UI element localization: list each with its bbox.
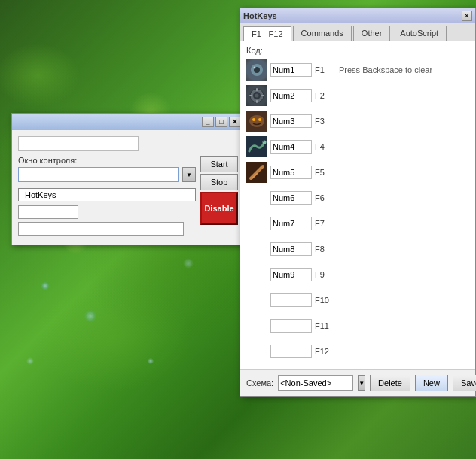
hotkey-row-8: F8 <box>246 237 469 261</box>
num-input-12[interactable] <box>270 345 312 358</box>
disable-button[interactable]: Disable <box>200 192 238 225</box>
col-header: Код: <box>246 46 469 55</box>
hotkey-row-11: F11 <box>246 314 469 338</box>
num-input-5[interactable] <box>270 166 312 179</box>
hotkey-row-9: F9 <box>246 263 469 287</box>
svg-rect-10 <box>249 95 252 96</box>
svg-point-13 <box>249 115 264 127</box>
num-input-1[interactable] <box>270 63 312 77</box>
wide-input[interactable] <box>18 222 184 236</box>
hotkey-row-10: F10 <box>246 288 469 312</box>
fkey-2: F2 <box>315 91 336 100</box>
fkey-12: F12 <box>315 347 336 356</box>
okno-label: Окно контроля: <box>18 156 196 165</box>
control-titlebar: _ □ ✕ <box>12 114 244 130</box>
fkey-5: F5 <box>315 168 336 177</box>
icon-9-empty <box>246 264 267 285</box>
num-input-2[interactable] <box>270 89 312 102</box>
hotkeys-titlebar: HotKeys ✕ <box>240 8 475 23</box>
hotkey-row-5: F5 <box>246 160 469 184</box>
num-input-4[interactable] <box>270 140 312 154</box>
hotkey-row-6: F6 <box>246 186 469 210</box>
fkey-6: F6 <box>315 193 336 202</box>
icon-12-empty <box>246 341 267 362</box>
hotkey-row-1: F1 Press Backspace to clear <box>246 58 469 82</box>
icon-10-empty <box>246 290 267 311</box>
fkey-4: F4 <box>315 142 336 151</box>
schema-input[interactable] <box>278 375 353 391</box>
svg-point-14 <box>252 118 255 121</box>
num-input-8[interactable] <box>270 242 312 256</box>
svg-point-3 <box>254 67 256 69</box>
delete-button[interactable]: Delete <box>370 375 410 391</box>
hotkeys-bottom: Схема: ▼ Delete New Save <box>240 369 475 396</box>
top-input[interactable] <box>18 136 139 151</box>
okno-dropdown-arrow[interactable]: ▼ <box>182 167 196 182</box>
num-input-7[interactable] <box>270 217 312 230</box>
hotkeys-rows: F1 Press Backspace to clear <box>246 58 469 363</box>
svg-point-18 <box>263 141 264 142</box>
svg-point-15 <box>258 118 261 121</box>
fkey-3: F3 <box>315 117 336 126</box>
tab-f1f12[interactable]: F1 - F12 <box>243 26 291 41</box>
tab-other[interactable]: Other <box>353 26 391 41</box>
start-button[interactable]: Start <box>200 156 238 172</box>
control-content: Окно контроля: 393422 ▼ HotKeys Start St… <box>12 130 244 245</box>
control-window: _ □ ✕ Окно контроля: 393422 ▼ HotKeys <box>11 113 245 245</box>
okno-input[interactable]: 393422 <box>18 167 179 182</box>
fkey-8: F8 <box>315 245 336 254</box>
schema-dropdown-arrow[interactable]: ▼ <box>358 375 365 391</box>
hotkeys-body: Код: F1 Press Backspace to clear <box>240 41 475 369</box>
svg-rect-9 <box>256 100 258 103</box>
num-input-10[interactable] <box>270 293 312 307</box>
svg-rect-8 <box>256 88 258 91</box>
fkey-10: F10 <box>315 296 336 305</box>
tab-commands[interactable]: Commands <box>293 26 352 41</box>
svg-rect-11 <box>261 95 264 96</box>
minimize-button[interactable]: _ <box>202 117 214 127</box>
hotkeys-title: HotKeys <box>243 11 277 20</box>
hotkey-row-2: F2 <box>246 84 469 108</box>
icon-11-empty <box>246 315 267 336</box>
fkey-9: F9 <box>315 270 336 279</box>
num-input-11[interactable] <box>270 319 312 333</box>
hotkeys-window: HotKeys ✕ F1 - F12 Commands Other AutoSc… <box>240 8 476 397</box>
icon-8-empty <box>246 239 267 260</box>
fkey-11: F11 <box>315 321 336 330</box>
num-input-3[interactable] <box>270 114 312 128</box>
icon-7-empty <box>246 213 267 234</box>
hint-1: Press Backspace to clear <box>339 65 469 74</box>
num-input-6[interactable] <box>270 191 312 205</box>
icon-1 <box>246 59 267 81</box>
hotkey-row-3: F3 <box>246 109 469 133</box>
num-input-9[interactable] <box>270 268 312 281</box>
schema-label: Схема: <box>246 378 273 388</box>
icon-4 <box>246 136 267 157</box>
maximize-button[interactable]: □ <box>215 117 227 127</box>
new-button[interactable]: New <box>415 375 448 391</box>
icon-5 <box>246 162 267 183</box>
narrow-input[interactable] <box>18 205 78 219</box>
hotkeys-tab[interactable]: HotKeys <box>18 188 196 201</box>
icon-6-empty <box>246 187 267 208</box>
tab-autoscript[interactable]: AutoScript <box>392 26 447 41</box>
svg-point-17 <box>263 141 267 144</box>
stop-button[interactable]: Stop <box>200 174 238 190</box>
fkey-1: F1 <box>315 65 336 74</box>
save-button[interactable]: Save <box>453 375 476 391</box>
hotkeys-tabs: F1 - F12 Commands Other AutoScript <box>240 23 475 41</box>
icon-2 <box>246 85 267 106</box>
hotkey-row-12: F12 <box>246 339 469 363</box>
close-icon: ✕ <box>464 12 470 20</box>
icon-3 <box>246 111 267 132</box>
hotkey-row-7: F7 <box>246 211 469 236</box>
fkey-7: F7 <box>315 219 336 228</box>
hotkey-row-4: F4 <box>246 135 469 159</box>
svg-point-7 <box>255 94 259 98</box>
hotkeys-close-button[interactable]: ✕ <box>462 11 472 21</box>
